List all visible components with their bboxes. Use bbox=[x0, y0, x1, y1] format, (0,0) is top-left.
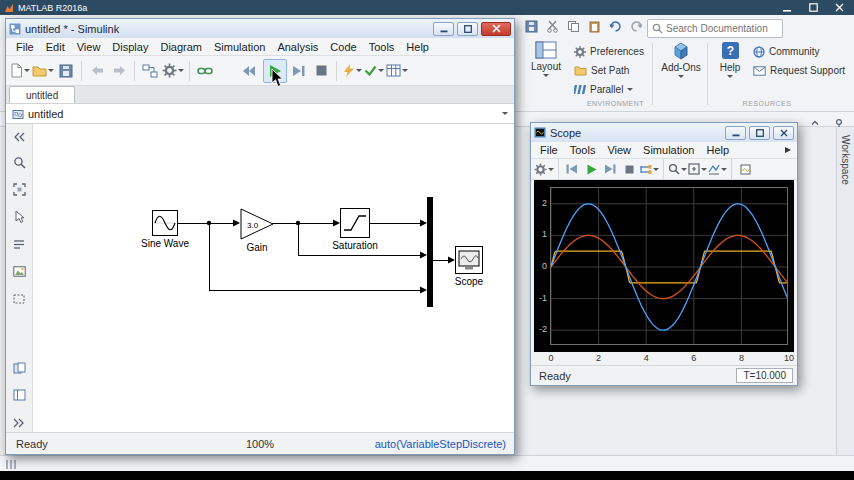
forward-button[interactable] bbox=[109, 59, 129, 83]
set-path-button[interactable]: Set Path bbox=[574, 62, 644, 79]
stop-simulation-button[interactable] bbox=[311, 59, 331, 83]
solver-setting[interactable]: auto(VariableStepDiscrete) bbox=[375, 438, 514, 450]
menu-tools[interactable]: Tools bbox=[363, 41, 401, 53]
copy-icon[interactable] bbox=[566, 19, 581, 34]
chevron-down-icon bbox=[356, 69, 362, 72]
menu-file[interactable]: File bbox=[10, 41, 40, 53]
matlab-logo-icon bbox=[4, 3, 14, 13]
simulink-minimize-button[interactable] bbox=[433, 22, 454, 36]
menu-help[interactable]: Help bbox=[400, 41, 435, 53]
scope-zoom-button[interactable] bbox=[668, 160, 687, 179]
menu-edit[interactable]: Edit bbox=[40, 41, 71, 53]
search-input[interactable] bbox=[666, 23, 778, 34]
area-select-icon[interactable] bbox=[13, 290, 25, 308]
folder-path-icon bbox=[574, 65, 587, 76]
new-model-button[interactable] bbox=[10, 59, 30, 83]
hide-palette-icon[interactable] bbox=[13, 128, 25, 146]
model-browser-icon[interactable] bbox=[13, 387, 26, 405]
menu-simulation[interactable]: Simulation bbox=[208, 41, 271, 53]
step-forward-button[interactable] bbox=[289, 59, 309, 83]
request-support-button[interactable]: Request Support bbox=[753, 62, 845, 79]
parallel-menu-button[interactable]: Parallel bbox=[574, 81, 644, 98]
matlab-minimize-button[interactable] bbox=[774, 0, 800, 15]
scope-menu-simulation[interactable]: Simulation bbox=[637, 144, 700, 156]
paste-icon[interactable] bbox=[587, 19, 602, 34]
redo-icon[interactable] bbox=[629, 19, 644, 34]
model-settings-button[interactable] bbox=[162, 59, 184, 83]
undo-icon[interactable] bbox=[608, 19, 623, 34]
menu-code[interactable]: Code bbox=[324, 41, 362, 53]
scope-plot-area[interactable]: 210-1-2 bbox=[534, 180, 794, 352]
simulink-maximize-button[interactable] bbox=[457, 22, 478, 36]
annotation-tool-icon[interactable] bbox=[13, 236, 25, 254]
scope-fit-view-button[interactable] bbox=[688, 160, 707, 179]
menu-display[interactable]: Display bbox=[106, 41, 154, 53]
scope-window: Scope File Tools View Simulation Help bbox=[530, 122, 798, 386]
scope-signals-button[interactable] bbox=[639, 160, 659, 179]
add-ons-button[interactable]: Add-Ons bbox=[658, 41, 704, 78]
simulink-close-button[interactable] bbox=[481, 22, 511, 36]
simulink-titlebar[interactable]: untitled * - Simulink bbox=[6, 19, 514, 38]
model-canvas[interactable]: Sine Wave 3.0 Gain Saturation Scope bbox=[33, 124, 514, 432]
expand-palette-icon[interactable] bbox=[13, 414, 25, 432]
step-back-button[interactable] bbox=[239, 59, 259, 83]
matlab-titlebar[interactable]: MATLAB R2016a bbox=[0, 0, 854, 15]
scope-titlebar[interactable]: Scope bbox=[531, 123, 797, 142]
preferences-button[interactable]: Preferences bbox=[574, 43, 644, 60]
image-tool-icon[interactable] bbox=[13, 263, 26, 281]
breadcrumb-model-name[interactable]: untitled bbox=[28, 108, 63, 120]
zoom-tool-icon[interactable] bbox=[13, 155, 26, 173]
scope-menu-tools[interactable]: Tools bbox=[564, 144, 602, 156]
library-browser-icon[interactable] bbox=[13, 360, 26, 378]
save-model-button[interactable] bbox=[56, 59, 76, 83]
scope-highlight-button[interactable] bbox=[736, 160, 754, 179]
menu-analysis[interactable]: Analysis bbox=[271, 41, 324, 53]
simulink-menubar: File Edit View Display Diagram Simulatio… bbox=[6, 38, 514, 56]
model-hierarchy-button[interactable] bbox=[140, 59, 160, 83]
scope-plot-canvas[interactable] bbox=[550, 187, 788, 345]
matlab-maximize-button[interactable] bbox=[800, 0, 826, 15]
scope-close-button[interactable] bbox=[773, 126, 794, 140]
simulation-mode-button[interactable] bbox=[342, 59, 362, 83]
model-data-editor-button[interactable] bbox=[386, 59, 408, 83]
workspace-sidebar-tab[interactable]: Workspace bbox=[836, 127, 854, 455]
scope-menu-view[interactable]: View bbox=[601, 144, 637, 156]
library-link-button[interactable] bbox=[195, 59, 215, 83]
mux-block[interactable] bbox=[427, 197, 433, 307]
run-simulation-button[interactable] bbox=[263, 59, 287, 83]
scope-step-forward-button[interactable] bbox=[601, 160, 619, 179]
pointer-tool-icon[interactable] bbox=[14, 209, 25, 227]
scope-stop-button[interactable] bbox=[620, 160, 638, 179]
scope-run-button[interactable] bbox=[582, 160, 600, 179]
scope-minimize-button[interactable] bbox=[725, 126, 746, 140]
menu-view[interactable]: View bbox=[71, 41, 107, 53]
model-tab-untitled[interactable]: untitled bbox=[9, 86, 75, 103]
cut-icon[interactable] bbox=[545, 19, 560, 34]
model-advisor-button[interactable] bbox=[364, 59, 384, 83]
sine-wave-block[interactable] bbox=[152, 210, 178, 236]
scope-settings-button[interactable] bbox=[534, 160, 554, 179]
matlab-close-button[interactable] bbox=[826, 0, 852, 15]
scope-block[interactable] bbox=[455, 246, 483, 274]
fit-to-view-icon[interactable] bbox=[13, 182, 26, 200]
resize-grip[interactable] bbox=[6, 455, 18, 473]
layout-button[interactable]: Layout bbox=[524, 41, 568, 77]
scope-menu-file[interactable]: File bbox=[534, 144, 564, 156]
menu-diagram[interactable]: Diagram bbox=[154, 41, 208, 53]
documentation-search-box[interactable] bbox=[647, 19, 783, 38]
help-button[interactable]: ? Help bbox=[713, 41, 747, 78]
scope-step-back-button[interactable] bbox=[563, 160, 581, 179]
scope-menu-help[interactable]: Help bbox=[700, 144, 735, 156]
chevron-down-icon bbox=[402, 69, 408, 72]
breadcrumb-dropdown-icon[interactable] bbox=[502, 112, 508, 115]
scope-maximize-button[interactable] bbox=[749, 126, 770, 140]
save-icon[interactable] bbox=[524, 19, 539, 34]
saturation-block[interactable] bbox=[340, 208, 370, 238]
open-model-button[interactable] bbox=[32, 59, 54, 83]
community-button[interactable]: Community bbox=[753, 43, 845, 60]
menu-overflow-icon[interactable] bbox=[784, 144, 792, 156]
screen: MATLAB R2016a L bbox=[0, 0, 854, 480]
scope-measurements-button[interactable] bbox=[708, 160, 727, 179]
back-button[interactable] bbox=[87, 59, 107, 83]
gain-block[interactable]: 3.0 bbox=[240, 208, 274, 240]
